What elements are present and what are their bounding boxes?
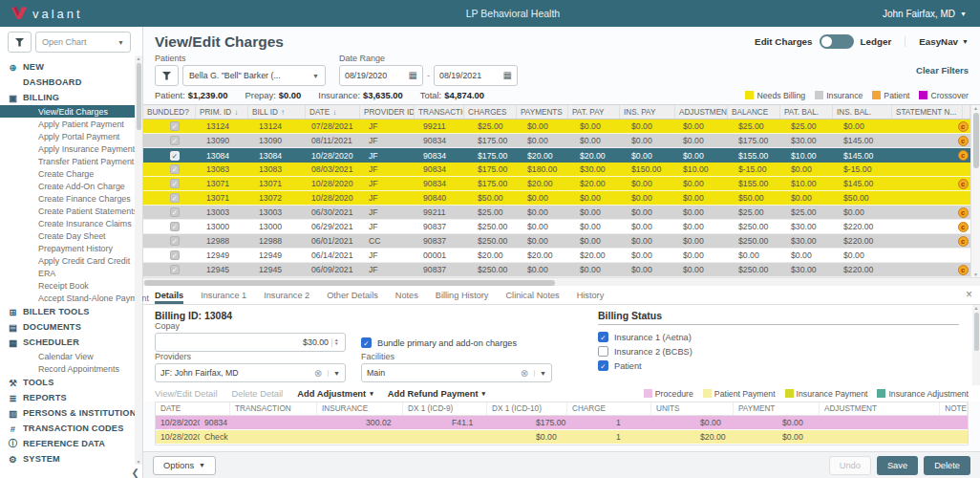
tab[interactable]: History bbox=[577, 286, 605, 304]
sidebar-item[interactable]: Create Charge bbox=[0, 167, 142, 180]
scrollbar-thumb[interactable] bbox=[137, 63, 141, 130]
save-button[interactable]: Save bbox=[877, 456, 918, 475]
sidebar-item[interactable]: Create Insurance Claims bbox=[0, 217, 142, 229]
sidebar-item[interactable]: ⓘ REFERENCE DATA bbox=[0, 436, 142, 451]
delete-button[interactable]: Delete bbox=[924, 456, 970, 475]
scroll-up-icon[interactable]: ▲ bbox=[137, 55, 141, 61]
bundled-checkbox[interactable]: ✓ bbox=[170, 179, 180, 188]
detail-col-header[interactable]: DX 1 (ICD-10) bbox=[487, 402, 567, 415]
sidebar-item[interactable]: View/Edit Charges bbox=[0, 105, 142, 118]
tab[interactable]: Clinical Notes bbox=[505, 286, 559, 304]
chart-filter-button[interactable] bbox=[8, 32, 32, 53]
charges-row[interactable]: ✓ 13003 13003 06/30/2021 JF 99211 $25.00… bbox=[143, 206, 970, 220]
detail-col-header[interactable]: UNITS bbox=[651, 402, 734, 415]
detail-col-header[interactable]: PAYMENT bbox=[734, 402, 820, 415]
sidebar-item[interactable]: ▣ BILLING bbox=[0, 90, 142, 105]
sidebar-item[interactable]: ▦ SCHEDULER bbox=[0, 335, 142, 350]
bundled-checkbox[interactable]: ✓ bbox=[170, 121, 180, 131]
patients-filter-button[interactable] bbox=[155, 65, 179, 86]
undo-button[interactable]: Undo bbox=[829, 456, 871, 475]
scroll-down-icon[interactable]: ▼ bbox=[137, 459, 141, 465]
col-pat-pay[interactable]: PAT. PAY bbox=[568, 105, 620, 119]
sidebar-item[interactable]: DASHBOARD bbox=[0, 75, 142, 90]
patient-select[interactable]: Bella G. "Bell" Barker (... ▼ bbox=[182, 65, 326, 86]
bundle-checkbox[interactable]: ✓ bbox=[361, 337, 372, 348]
copay-input[interactable]: $30.00 ▲▼ bbox=[155, 333, 346, 352]
col-status-icon[interactable] bbox=[963, 105, 970, 119]
sidebar-item[interactable]: Record Appointments bbox=[0, 362, 142, 375]
sidebar-item[interactable]: Calendar View bbox=[0, 350, 142, 362]
detail-col-header[interactable]: TRANSACTION bbox=[230, 402, 317, 415]
charges-row[interactable]: ✓ 13071 13072 10/28/2020 JF 90840 $50.00… bbox=[143, 191, 970, 206]
charges-row[interactable]: ✓ 13083 13083 08/03/2021 JF 90834 $175.0… bbox=[143, 163, 970, 177]
sidebar-item[interactable]: # TRANSACTION CODES bbox=[0, 421, 142, 436]
add-refund-payment-menu[interactable]: Add Refund Payment▾ bbox=[388, 388, 485, 399]
bundled-checkbox[interactable]: ✓ bbox=[170, 222, 180, 231]
charges-row[interactable]: ✓ 12988 12988 06/01/2021 CC 90837 $250.0… bbox=[143, 234, 970, 249]
bundled-checkbox[interactable]: ✓ bbox=[170, 151, 180, 161]
tab[interactable]: Details bbox=[155, 286, 183, 304]
bundled-checkbox[interactable]: ✓ bbox=[170, 250, 180, 260]
tab[interactable]: Insurance 2 bbox=[264, 286, 309, 304]
charges-row[interactable]: ✓ 12949 12949 06/14/2021 JF 00001 $20.00… bbox=[143, 249, 970, 263]
sidebar-item[interactable]: Apply Portal Payment bbox=[0, 130, 142, 142]
scrollbar-thumb[interactable] bbox=[974, 313, 979, 351]
bundled-checkbox[interactable]: ✓ bbox=[170, 164, 180, 174]
sidebar-item[interactable]: Prepayment History bbox=[0, 242, 142, 254]
sidebar-item[interactable]: Apply Patient Payment bbox=[0, 118, 142, 130]
sidebar-item[interactable]: ⚙ SYSTEM bbox=[0, 451, 142, 467]
charges-vertical-scrollbar[interactable]: ▲ ▼ bbox=[970, 105, 980, 277]
number-spinner[interactable]: ▲▼ bbox=[331, 338, 340, 347]
sidebar-item[interactable]: Apply Credit Card Credit bbox=[0, 254, 142, 267]
scrollbar-thumb[interactable] bbox=[144, 280, 555, 286]
chevron-down-icon[interactable]: ▼ bbox=[534, 370, 546, 377]
close-icon[interactable]: × bbox=[966, 288, 972, 301]
clear-icon[interactable]: ⊗ bbox=[314, 368, 322, 379]
col-ins-pay[interactable]: INS. PAY bbox=[620, 105, 675, 119]
charges-row[interactable]: ✓ 13084 13084 10/28/2020 JF 90834 $175.0… bbox=[143, 148, 970, 163]
col-pat-bal[interactable]: PAT. BAL. bbox=[780, 105, 833, 119]
detail-col-header[interactable]: DATE bbox=[156, 402, 230, 415]
tab[interactable]: Billing History bbox=[436, 286, 489, 304]
charges-row[interactable]: ✓ 13000 13000 06/29/2021 JF 90837 $250.0… bbox=[143, 220, 970, 234]
billing-status-option[interactable]: ✓ Patient bbox=[598, 358, 959, 373]
sidebar-item[interactable]: Create Day Sheet bbox=[0, 229, 142, 242]
col-provider-id[interactable]: PROVIDER ID bbox=[360, 105, 415, 119]
charges-row[interactable]: ✓ 13124 13124 07/28/2021 JF 99211 $25.00… bbox=[143, 120, 970, 134]
sidebar-item[interactable]: Create Add-On Charge bbox=[0, 180, 142, 192]
status-checkbox[interactable]: ✓ bbox=[598, 332, 608, 342]
edit-ledger-toggle[interactable] bbox=[820, 34, 854, 49]
col-adjustments[interactable]: ADJUSTMENTS bbox=[675, 105, 728, 119]
detail-row[interactable]: 10/28/2020 Check $0.00 1 $20.00 $0.00 bbox=[156, 430, 968, 445]
sidebar-item[interactable]: ▤ DOCUMENTS bbox=[0, 319, 142, 335]
sidebar-item[interactable]: ⊞ BILLER TOOLS bbox=[0, 304, 142, 319]
open-chart-dropdown[interactable]: Open Chart ▼ bbox=[35, 32, 131, 53]
status-checkbox[interactable] bbox=[598, 346, 608, 357]
bundled-checkbox[interactable]: ✓ bbox=[170, 207, 180, 217]
col-prim-id[interactable]: PRIM. ID ↓ bbox=[196, 105, 248, 119]
providers-combobox[interactable]: JF: John Fairfax, MD ⊗ ▼ bbox=[155, 363, 346, 382]
facilities-combobox[interactable]: Main ⊗ ▼ bbox=[361, 363, 552, 382]
tab[interactable]: Notes bbox=[395, 286, 418, 304]
sidebar-item[interactable]: ⚒ TOOLS bbox=[0, 375, 142, 390]
tab[interactable]: Other Details bbox=[327, 286, 378, 304]
col-transaction[interactable]: TRANSACTION bbox=[415, 105, 464, 119]
bundled-checkbox[interactable]: ✓ bbox=[170, 193, 180, 203]
status-checkbox[interactable]: ✓ bbox=[598, 360, 608, 371]
detail-col-header[interactable]: DX 1 (ICD-9) bbox=[403, 402, 487, 415]
user-menu[interactable]: John Fairfax, MD ▼ bbox=[883, 9, 980, 19]
options-button[interactable]: Options ▼ bbox=[153, 456, 216, 475]
sidebar-item[interactable]: Transfer Patient Payment bbox=[0, 155, 142, 167]
sidebar-scrollbar[interactable]: ▲ ▼ bbox=[135, 55, 142, 465]
calendar-icon[interactable]: ▦ bbox=[409, 71, 417, 80]
date-to-input[interactable]: 08/19/2021 ▦ bbox=[434, 65, 518, 86]
sidebar-item[interactable]: Receipt Book bbox=[0, 279, 142, 292]
tab[interactable]: Insurance 1 bbox=[201, 286, 246, 304]
sidebar-item[interactable]: ≣ REPORTS bbox=[0, 390, 142, 405]
sidebar-item[interactable]: Accept Stand-Alone Payment bbox=[0, 292, 142, 304]
sidebar-item[interactable]: Apply Insurance Payment bbox=[0, 142, 142, 155]
sidebar-item[interactable]: ⊕ NEW bbox=[0, 59, 142, 75]
easynav-dropdown[interactable]: EasyNav ▼ bbox=[905, 36, 969, 47]
scroll-up-icon[interactable]: ▲ bbox=[974, 305, 979, 311]
add-adjustment-menu[interactable]: Add Adjustment▾ bbox=[297, 388, 373, 399]
